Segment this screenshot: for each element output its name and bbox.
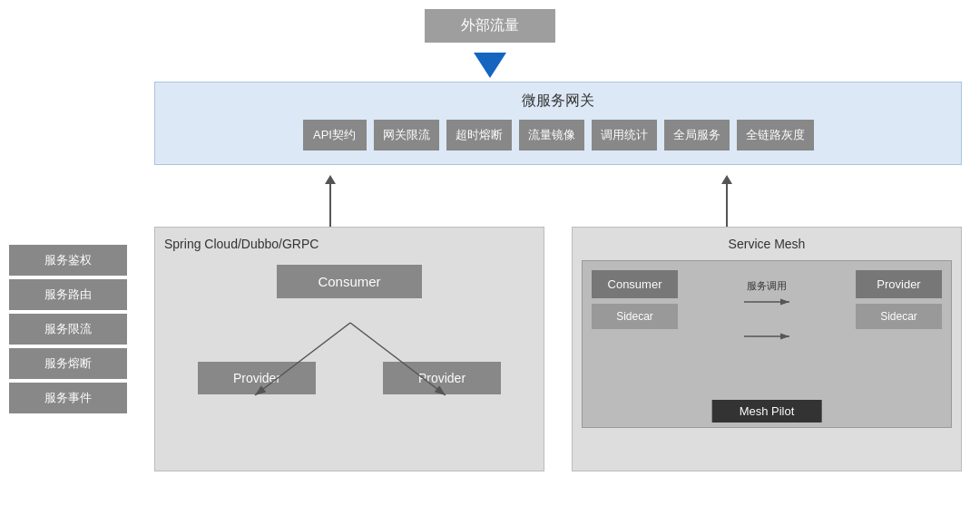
feature-grayscale: 全链路灰度 [737, 120, 814, 151]
service-call-label: 服务调用 [740, 279, 794, 293]
sm-sidecar-left: Sidecar [592, 304, 678, 329]
sidebar-item-circuit: 服务熔断 [9, 348, 127, 379]
service-mesh-box: Service Mesh Consumer Sidecar 服务调用 [572, 227, 962, 471]
service-call-arrow [740, 295, 794, 309]
feature-mirror: 流量镜像 [519, 120, 584, 151]
mesh-pilot-box: Mesh Pilot [712, 400, 822, 422]
sm-sidecar-right: Sidecar [856, 304, 942, 329]
feature-timeout: 超时熔断 [446, 120, 512, 151]
arrow-head-up-sm [721, 175, 732, 184]
sm-consumer-box: Consumer [592, 270, 678, 298]
mesh-left-column: Consumer Sidecar [592, 270, 678, 329]
mesh-inner: Consumer Sidecar 服务调用 [582, 260, 952, 428]
spring-cloud-box: Spring Cloud/Dubbo/GRPC Consumer Provide… [154, 227, 544, 471]
sidebar-item-auth: 服务鉴权 [9, 245, 127, 276]
mesh-right-column: Provider Sidecar [856, 270, 942, 329]
external-traffic-arrow [474, 53, 506, 78]
feature-api: API契约 [303, 120, 367, 151]
arrow-line-sc [329, 184, 331, 229]
sidecar-arrow-area [740, 329, 794, 347]
sidebar-item-route: 服务路由 [9, 279, 127, 310]
sc-provider-2: Provider [383, 362, 501, 394]
sc-consumer-box: Consumer [277, 265, 422, 298]
external-traffic-label: 外部流量 [461, 17, 519, 33]
service-mesh-title: Service Mesh [582, 237, 952, 251]
providers-row: Provider Provider [164, 362, 534, 394]
feature-ratelimit: 网关限流 [374, 120, 439, 151]
sidebar-item-ratelimit: 服务限流 [9, 314, 127, 345]
external-traffic-box: 外部流量 [425, 9, 555, 43]
sidecar-arrow [740, 329, 794, 344]
arrow-line-sm [726, 184, 728, 229]
gateway-title: 微服务网关 [169, 92, 947, 111]
service-call-area: 服务调用 [740, 279, 794, 311]
arrow-head-up-sc [325, 175, 336, 184]
sc-provider-1: Provider [198, 362, 316, 394]
sidebar-item-event: 服务事件 [9, 383, 127, 413]
left-sidebar: 服务鉴权 服务路由 服务限流 服务熔断 服务事件 [9, 245, 127, 413]
spring-cloud-title: Spring Cloud/Dubbo/GRPC [164, 237, 534, 251]
feature-global: 全局服务 [664, 120, 730, 151]
diagram-container: 外部流量 微服务网关 API契约 网关限流 超时熔断 流量镜像 调用统计 全局服… [0, 0, 980, 505]
sm-provider-box: Provider [856, 270, 942, 298]
gateway-features: API契约 网关限流 超时熔断 流量镜像 调用统计 全局服务 全链路灰度 [169, 120, 947, 151]
gateway-box: 微服务网关 API契约 网关限流 超时熔断 流量镜像 调用统计 全局服务 全链路… [154, 82, 962, 165]
feature-stats: 调用统计 [592, 120, 657, 151]
